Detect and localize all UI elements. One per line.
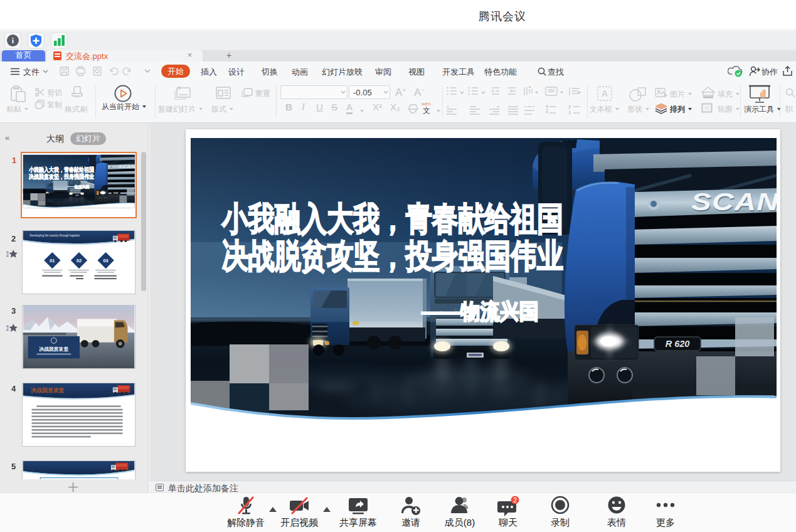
svg-text:02: 02 [77, 258, 82, 263]
svg-text:2: 2 [513, 496, 517, 504]
svg-text:决战脱贫攻坚: 决战脱贫攻坚 [31, 387, 65, 393]
svg-text:Developing the country through: Developing the country through logistics [30, 234, 81, 237]
svg-text:01: 01 [50, 258, 55, 263]
svg-text:03: 03 [103, 258, 109, 263]
svg-text:A: A [602, 88, 608, 98]
svg-text:决战脱贫攻坚: 决战脱贫攻坚 [39, 346, 68, 352]
